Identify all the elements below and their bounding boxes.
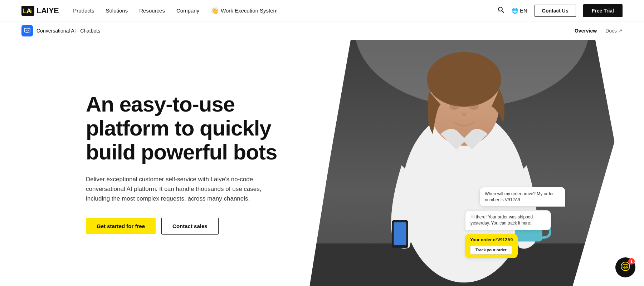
navbar: L A i LAIYE Products Solutions Resources… [0, 0, 644, 21]
subnav-docs-link[interactable]: Docs ↗ [605, 28, 623, 34]
svg-rect-26 [623, 265, 628, 268]
subnav-product-icon [21, 25, 33, 36]
nav-right: 🌐 EN Contact Us Free Trial [497, 4, 623, 17]
svg-point-20 [450, 104, 459, 110]
subnav-left: Conversational AI - Chatbots [21, 25, 100, 36]
get-started-button[interactable]: Get started for free [86, 218, 156, 234]
contact-us-button[interactable]: Contact Us [535, 5, 576, 17]
nav-resources[interactable]: Resources [139, 8, 165, 14]
search-icon [497, 6, 504, 13]
logo-icon: L A i [21, 6, 34, 16]
hero-section: An easy-to-use platform to quickly build… [0, 40, 644, 286]
chatbot-fab[interactable]: 1 [615, 257, 635, 277]
hero-actions: Get started for free Contact sales [86, 218, 286, 235]
contact-sales-button[interactable]: Contact sales [161, 218, 219, 235]
nav-work-execution[interactable]: 👋 Work Execution System [211, 7, 278, 15]
logo-text: LAIYE [36, 6, 59, 15]
svg-point-27 [624, 266, 625, 267]
logo[interactable]: L A i LAIYE [21, 6, 59, 16]
globe-icon: 🌐 [512, 8, 518, 14]
work-execution-label: Work Execution System [221, 8, 278, 14]
svg-point-19 [427, 52, 501, 107]
hero-description: Deliver exceptional customer self-servic… [86, 174, 265, 204]
nav-company[interactable]: Company [176, 8, 199, 14]
svg-point-8 [28, 30, 29, 31]
chat-bot-message: Hi there! Your order was shipped yesterd… [465, 210, 551, 230]
chat-track-button[interactable]: Track your order [470, 245, 512, 255]
nav-links: Products Solutions Resources Company 👋 W… [73, 7, 278, 15]
search-button[interactable] [497, 6, 504, 15]
svg-point-21 [469, 104, 478, 110]
chatbot-notification-badge: 1 [628, 258, 635, 265]
lang-label: EN [520, 8, 527, 14]
svg-point-25 [621, 262, 630, 271]
subnav-docs-label: Docs ↗ [605, 28, 623, 34]
nav-products[interactable]: Products [73, 8, 94, 14]
language-button[interactable]: 🌐 EN [512, 8, 527, 14]
hero-image-area: When will my order arrive? My order numb… [308, 40, 644, 286]
hero-heading: An easy-to-use platform to quickly build… [86, 92, 286, 164]
work-execution-icon: 👋 [211, 7, 219, 15]
chat-order-card: Your order n°V912A9 Track your order [465, 234, 518, 258]
svg-rect-15 [394, 222, 406, 245]
hero-content: An easy-to-use platform to quickly build… [86, 40, 286, 286]
chat-card-title: Your order n°V912A9 [470, 237, 513, 242]
subnav-overview-link[interactable]: Overview [575, 28, 597, 34]
chat-user-message: When will my order arrive? My order numb… [479, 187, 565, 207]
free-trial-button[interactable]: Free Trial [583, 4, 623, 17]
svg-point-7 [26, 30, 27, 31]
subnav: Conversational AI - Chatbots Overview Do… [0, 21, 644, 40]
nav-solutions[interactable]: Solutions [106, 8, 128, 14]
subnav-product-name: Conversational AI - Chatbots [36, 28, 100, 34]
svg-point-28 [626, 266, 627, 267]
subnav-right: Overview Docs ↗ [575, 28, 623, 34]
svg-line-5 [502, 11, 504, 13]
svg-text:i: i [30, 8, 32, 15]
chat-overlay: When will my order arrive? My order numb… [465, 187, 565, 258]
chatbot-icon [24, 28, 30, 34]
nav-left: L A i LAIYE Products Solutions Resources… [21, 6, 278, 16]
